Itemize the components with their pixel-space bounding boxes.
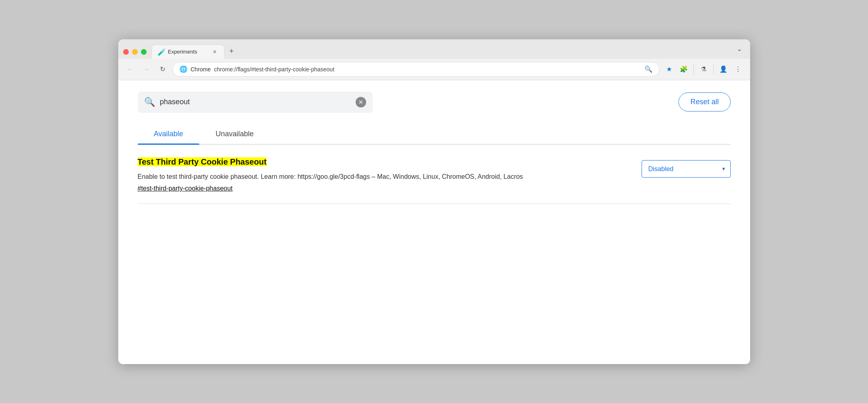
nav-bar: ← → ↻ 🌐 Chrome chrome://flags/#test-thir…: [118, 59, 750, 80]
profile-button[interactable]: 👤: [717, 63, 730, 76]
reset-all-button[interactable]: Reset all: [678, 92, 730, 111]
flag-item: Test Third Party Cookie Phaseout Enable …: [138, 145, 731, 204]
flag-info: Test Third Party Cookie Phaseout Enable …: [138, 156, 629, 193]
flags-search-box[interactable]: 🔍 ✕: [138, 92, 373, 113]
search-area: 🔍 ✕ Reset all: [138, 92, 731, 113]
refresh-button[interactable]: ↻: [156, 63, 169, 76]
tab-title: Experiments: [168, 49, 208, 55]
traffic-lights: [123, 49, 147, 55]
chrome-label: Chrome: [191, 66, 211, 73]
flag-description: Enable to test third-party cookie phaseo…: [138, 171, 629, 182]
search-magnify-icon: 🔍: [644, 65, 653, 73]
flag-status-select[interactable]: Default Enabled Disabled: [642, 160, 731, 178]
flag-control: Default Enabled Disabled ▾: [642, 156, 731, 178]
flag-select-wrapper[interactable]: Default Enabled Disabled ▾: [642, 160, 731, 178]
nav-divider: [693, 64, 694, 74]
back-button[interactable]: ←: [124, 63, 137, 76]
tab-available[interactable]: Available: [138, 124, 200, 144]
tab-unavailable[interactable]: Unavailable: [199, 124, 270, 144]
browser-window: 🧪 Experiments ✕ + ⌄ ← → ↻ 🌐 Chrome chrom…: [118, 39, 750, 364]
nav-actions: ★ 🧩 ⚗ 👤 ⋮: [663, 63, 744, 76]
extensions-button[interactable]: 🧩: [677, 63, 690, 76]
tab-close-button[interactable]: ✕: [211, 48, 218, 56]
url-text: chrome://flags/#test-third-party-cookie-…: [214, 66, 641, 73]
minimize-button[interactable]: [132, 49, 138, 55]
page-content: 🔍 ✕ Reset all Available Unavailable Test…: [118, 80, 750, 364]
search-input[interactable]: [160, 98, 351, 106]
search-icon: 🔍: [144, 97, 155, 107]
address-bar[interactable]: 🌐 Chrome chrome://flags/#test-third-part…: [173, 62, 659, 77]
active-tab[interactable]: 🧪 Experiments ✕: [151, 45, 224, 59]
search-clear-button[interactable]: ✕: [356, 97, 366, 107]
chrome-logo-icon: 🌐: [179, 65, 188, 73]
labs-button[interactable]: ⚗: [697, 63, 710, 76]
bookmark-star-button[interactable]: ★: [663, 63, 676, 76]
new-tab-button[interactable]: +: [226, 46, 237, 57]
flag-title: Test Third Party Cookie Phaseout: [138, 157, 267, 166]
tabs-area: Available Unavailable: [138, 124, 731, 145]
title-bar: 🧪 Experiments ✕ + ⌄: [118, 39, 750, 59]
tab-overflow-button[interactable]: ⌄: [734, 43, 745, 55]
close-button[interactable]: [123, 49, 129, 55]
maximize-button[interactable]: [141, 49, 147, 55]
flag-anchor-link[interactable]: #test-third-party-cookie-phaseout: [138, 185, 629, 192]
nav-divider-2: [713, 64, 714, 74]
tab-icon: 🧪: [158, 48, 165, 56]
more-menu-button[interactable]: ⋮: [732, 63, 744, 76]
forward-button[interactable]: →: [140, 63, 153, 76]
